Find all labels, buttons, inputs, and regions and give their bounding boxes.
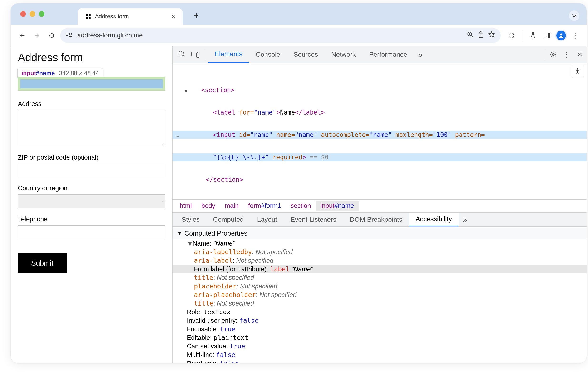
share-icon[interactable]	[478, 31, 484, 39]
breadcrumb-item[interactable]: html	[175, 201, 197, 211]
field-country: Country or region	[18, 185, 165, 208]
input-zip[interactable]	[18, 164, 165, 177]
side-panel-icon[interactable]	[541, 29, 553, 42]
accessibility-tree-icon[interactable]	[571, 65, 584, 78]
breadcrumb-item[interactable]: main	[220, 201, 244, 211]
divider	[205, 49, 205, 60]
maximize-window-icon[interactable]	[39, 11, 45, 17]
a11y-property: Invalid user entry: false	[172, 316, 587, 325]
breadcrumb-item[interactable]: input#name	[316, 201, 359, 211]
minimize-window-icon[interactable]	[30, 11, 35, 17]
name-row[interactable]: ▼Name: "Name"	[172, 239, 587, 248]
breadcrumb-item[interactable]: body	[197, 201, 220, 211]
svg-point-12	[552, 54, 554, 56]
a11y-name-source: aria-labelledby: Not specified	[172, 248, 587, 256]
a11y-property: Can set value: true	[172, 342, 587, 351]
address-bar[interactable]: address-form.glitch.me	[60, 28, 501, 43]
page-title: Address form	[18, 51, 165, 64]
svg-rect-3	[69, 36, 72, 37]
devtools-subtab-styles[interactable]: Styles	[175, 213, 206, 227]
subtabs-more-icon[interactable]: »	[459, 213, 471, 227]
devtools-subtab-accessibility[interactable]: Accessibility	[409, 213, 458, 227]
page-content: Address form input#name 342.88 × 48.44 A…	[11, 46, 172, 363]
content-split: Address form input#name 342.88 × 48.44 A…	[11, 46, 587, 363]
site-info-icon[interactable]	[66, 33, 73, 38]
a11y-name-source: From label (for= attribute): label "Name…	[172, 265, 587, 273]
computed-properties-header[interactable]: ▼Computed Properties	[172, 228, 587, 239]
textarea-address[interactable]	[18, 110, 165, 146]
forward-button[interactable]	[31, 29, 43, 42]
browser-tab[interactable]: Address form ×	[78, 8, 182, 25]
devtools-subtab-computed[interactable]: Computed	[206, 213, 250, 227]
accessibility-pane: ▼Computed Properties ▼Name: "Name" aria-…	[172, 227, 587, 363]
profile-button[interactable]	[555, 30, 567, 41]
extensions-icon[interactable]	[505, 29, 518, 42]
new-tab-button[interactable]: +	[190, 9, 203, 22]
tabs-dropdown-icon[interactable]	[569, 11, 579, 21]
a11y-name-source: title: Not specified	[172, 299, 587, 308]
field-address: Address	[18, 100, 165, 147]
a11y-property: Editable: plaintext	[172, 333, 587, 342]
devtools: ElementsConsoleSourcesNetworkPerformance…	[172, 46, 587, 363]
dom-input-line-2[interactable]: "[\p{L} \-\.]+" required> == $0	[172, 153, 587, 161]
breadcrumb-item[interactable]: form#form1	[243, 201, 286, 211]
settings-gear-icon[interactable]	[547, 48, 560, 61]
bookmark-star-icon[interactable]	[488, 31, 495, 39]
name-input-highlighted[interactable]	[20, 79, 163, 88]
devtools-tab-performance[interactable]: Performance	[362, 46, 414, 63]
a11y-name-source: title: Not specified	[172, 273, 587, 282]
input-telephone[interactable]	[18, 225, 165, 239]
chrome-top: Address form × + address-form.gl	[11, 3, 587, 46]
dom-closing-section[interactable]: </section>	[172, 176, 587, 184]
more-tabs-icon[interactable]: »	[414, 48, 427, 61]
label-zip: ZIP or postal code (optional)	[18, 154, 165, 161]
devtools-subtab-layout[interactable]: Layout	[250, 213, 284, 227]
computed-properties-title: Computed Properties	[184, 230, 248, 237]
device-toggle-icon[interactable]	[189, 48, 202, 61]
dom-label-line[interactable]: <label for="name">Name</label>	[172, 108, 587, 117]
devtools-tab-elements[interactable]: Elements	[208, 46, 249, 63]
dom-tree[interactable]: ▼<section> <label for="name">Name</label…	[172, 63, 587, 199]
devtools-close-icon[interactable]: ×	[573, 48, 587, 61]
dom-input-line-selected[interactable]: ⋯<input id="name" name="name" autocomple…	[172, 131, 587, 139]
label-country: Country or region	[18, 185, 165, 192]
window-controls	[20, 11, 45, 17]
devtools-subtab-event-listeners[interactable]: Event Listeners	[284, 213, 343, 227]
svg-point-2	[70, 33, 72, 35]
devtools-kebab-icon[interactable]: ⋮	[560, 48, 573, 61]
label-telephone: Telephone	[18, 215, 165, 223]
devtools-tabbar: ElementsConsoleSourcesNetworkPerformance…	[172, 46, 587, 63]
a11y-name-source: aria-label: Not specified	[172, 256, 587, 265]
tab-strip: Address form × +	[11, 3, 587, 25]
devtools-tab-sources[interactable]: Sources	[287, 46, 325, 63]
svg-rect-7	[548, 33, 550, 38]
svg-point-13	[577, 68, 578, 70]
inspect-element-icon[interactable]	[175, 48, 189, 61]
name-field-highlight	[18, 77, 165, 91]
devtools-subtabs: StylesComputedLayoutEvent ListenersDOM B…	[172, 213, 587, 227]
close-window-icon[interactable]	[20, 11, 26, 17]
submit-button[interactable]: Submit	[18, 253, 67, 273]
a11y-name-source: placeholder: Not specified	[172, 282, 587, 291]
dom-section-open: <section>	[201, 86, 235, 94]
url-text: address-form.glitch.me	[77, 32, 463, 39]
devtools-tab-network[interactable]: Network	[325, 46, 362, 63]
select-country[interactable]	[18, 194, 165, 208]
zoom-icon[interactable]	[467, 31, 474, 39]
kebab-menu-icon[interactable]: ⋮	[569, 29, 581, 42]
labs-icon[interactable]	[527, 29, 539, 42]
close-tab-icon[interactable]: ×	[171, 12, 175, 21]
breadcrumb-item[interactable]: section	[286, 201, 316, 211]
dom-breadcrumb: htmlbodymainform#form1sectioninput#name	[172, 199, 587, 213]
devtools-subtab-dom-breakpoints[interactable]: DOM Breakpoints	[343, 213, 409, 227]
devtools-tab-console[interactable]: Console	[249, 46, 287, 63]
toolbar-right: ⋮	[505, 29, 581, 42]
reload-button[interactable]	[45, 29, 58, 42]
divider	[545, 49, 545, 60]
a11y-property: Multi-line: false	[172, 351, 587, 359]
avatar-icon	[556, 31, 566, 40]
field-zip: ZIP or postal code (optional)	[18, 154, 165, 177]
browser-window: Address form × + address-form.gl	[11, 3, 587, 363]
svg-rect-11	[197, 53, 199, 57]
back-button[interactable]	[16, 29, 28, 42]
